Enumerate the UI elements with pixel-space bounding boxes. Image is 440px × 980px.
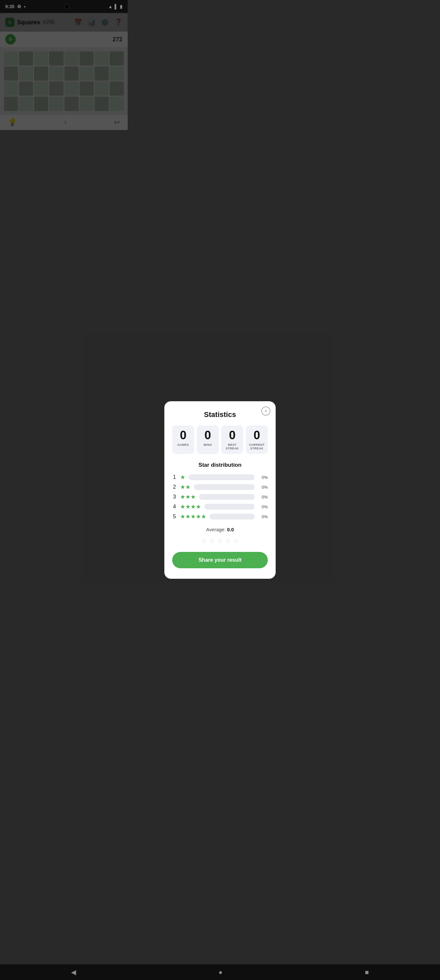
modal-overlay: × Statistics 0 GAMES 0 WINS 0 BESTSTREAK… [0,0,128,277]
